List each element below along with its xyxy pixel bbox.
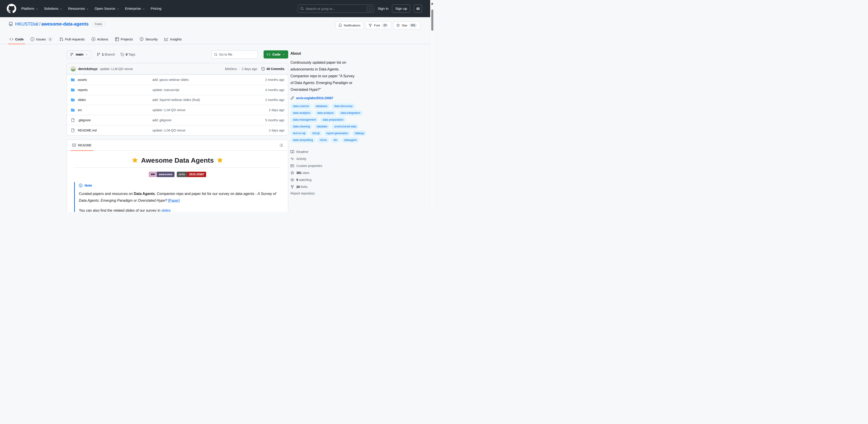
topic-pill[interactable]: data-preparation [320, 117, 346, 123]
nav-resources[interactable]: Resources [68, 6, 89, 11]
topic-pill[interactable]: data-cleaning [290, 124, 312, 129]
tab-code[interactable]: Code [7, 34, 26, 44]
topic-pill[interactable]: data-analytics [290, 110, 313, 116]
go-to-file-box[interactable] [212, 51, 258, 59]
nav-open-source[interactable]: Open Source [95, 6, 119, 11]
awesome-badge-label: awesome [157, 172, 175, 177]
commit-author-avatar[interactable] [70, 66, 76, 72]
topic-pill[interactable]: nl2sql [310, 131, 322, 136]
meta-forks[interactable]: 20 forks [290, 183, 369, 190]
go-to-file-input[interactable] [219, 53, 255, 56]
topic-pill[interactable]: report-generation [324, 131, 350, 136]
report-repository-link[interactable]: Report repository [290, 192, 369, 195]
outline-button[interactable] [278, 142, 284, 149]
appearance-settings-button[interactable] [414, 4, 422, 13]
commit-sha[interactable]: b5e0ecc [225, 67, 237, 71]
branch-selector[interactable]: main [67, 51, 91, 59]
meta-activity[interactable]: Activity [290, 155, 369, 162]
meta-readme[interactable]: Readme [290, 148, 369, 155]
file-commit-message[interactable]: add: gitignore [152, 118, 250, 122]
topic-pill[interactable]: dataagent [342, 137, 359, 143]
commit-meta: b5e0ecc · 2 days ago 40 Commits [225, 67, 284, 71]
fork-button[interactable]: Fork 20 [366, 22, 391, 29]
arxiv-link[interactable]: arxiv.org/abs/2510.23587 [296, 96, 333, 100]
meta-watching[interactable]: 5 watching [290, 176, 369, 183]
notifications-button[interactable]: Notifications [336, 22, 364, 29]
repo-actions: Notifications Fork 20 Star 381 [336, 22, 420, 29]
topic-pill[interactable]: data-science [290, 103, 311, 109]
file-name[interactable]: assets [78, 78, 152, 81]
meta-stars[interactable]: 381 stars [290, 169, 369, 176]
nav-platform[interactable]: Platform [21, 6, 38, 11]
tags-link[interactable]: 0 Tags [121, 53, 135, 56]
topic-pill[interactable]: data-storytelling [290, 137, 315, 143]
arxiv-badge[interactable]: arXiv 2510.23587 [177, 172, 206, 177]
topic-pill[interactable]: datalake [314, 124, 330, 129]
nav-solutions[interactable]: Solutions [44, 6, 62, 11]
tab-label: Projects [121, 37, 133, 41]
repo-owner-link[interactable]: HKUSTDial [15, 22, 38, 26]
tab-label: Insights [170, 37, 182, 41]
scroll-up-arrow[interactable] [431, 2, 433, 4]
nav-label: Enterprise [125, 6, 141, 11]
file-name[interactable]: slides [78, 98, 152, 102]
topic-pill[interactable]: data-integration [338, 110, 363, 116]
topic-pill[interactable]: data-discovery [332, 103, 355, 109]
topic-list: data-science database data-discovery dat… [290, 103, 367, 143]
topic-pill[interactable]: data-analysis [315, 110, 336, 116]
pulse-icon [290, 157, 294, 161]
search-input[interactable] [306, 7, 365, 11]
commit-history-link[interactable]: 40 Commits [261, 67, 284, 71]
paper-link[interactable]: [Paper] [168, 199, 180, 202]
sign-in-link[interactable]: Sign in [378, 6, 388, 11]
topic-pill[interactable]: llm [331, 137, 340, 143]
file-row: README.md update: LLM-QO venue 2 days ag… [67, 125, 288, 135]
topic-pill[interactable]: data-management [290, 117, 318, 123]
topic-pill[interactable]: database [313, 103, 330, 109]
tab-security[interactable]: Security [137, 34, 160, 44]
note-paragraph: Curated papers and resources on Data Age… [79, 190, 277, 204]
star-button[interactable]: Star 381 [393, 22, 420, 29]
file-commit-message[interactable]: add: gauss webinar slides [152, 78, 250, 81]
readme-tab[interactable]: README [70, 140, 93, 151]
tab-projects[interactable]: Projects [112, 34, 135, 44]
topic-pill[interactable]: nl2vis [317, 137, 329, 143]
folder-icon [71, 88, 74, 92]
awesome-badge[interactable]: awesome [149, 172, 175, 177]
issues-count-badge: 1 [48, 37, 53, 41]
topic-pill[interactable]: text-to-sql [290, 131, 308, 136]
commit-message[interactable]: update: LLM-QO venue [100, 67, 133, 71]
global-search[interactable]: / [298, 4, 374, 13]
file-commit-message[interactable]: update: LLM-QO venue [152, 129, 250, 132]
repo-name-link[interactable]: awesome-data-agents [41, 22, 89, 26]
tab-issues[interactable]: Issues 1 [28, 34, 55, 44]
code-dropdown-button[interactable]: Code [264, 51, 288, 59]
meta-custom-properties[interactable]: Custom properties [290, 162, 369, 169]
tab-insights[interactable]: Insights [162, 34, 184, 44]
file-commit-message[interactable]: update: manuscript [152, 88, 250, 92]
scrollbar-thumb[interactable] [431, 9, 433, 31]
file-browser: derrickzhuyz update: LLM-QO venue b5e0ec… [67, 63, 288, 135]
file-name[interactable]: reports [78, 88, 152, 92]
chevron-down-icon [36, 8, 38, 10]
fork-count: 20 [382, 23, 388, 27]
file-commit-message[interactable]: update: LLM-QO venue [152, 108, 250, 112]
sign-up-button[interactable]: Sign up [392, 4, 410, 13]
nav-enterprise[interactable]: Enterprise [125, 6, 145, 11]
github-logo-icon[interactable] [7, 4, 16, 13]
repo-icon [8, 22, 13, 26]
topic-pill[interactable]: tableqa [352, 131, 366, 136]
tab-label: Code [15, 37, 24, 41]
commit-author[interactable]: derrickzhuyz [78, 67, 98, 71]
tab-pull-requests[interactable]: Pull requests [57, 34, 88, 44]
file-name[interactable]: src [78, 108, 152, 112]
tab-actions[interactable]: Actions [89, 34, 111, 44]
file-name[interactable]: README.md [78, 129, 152, 132]
bell-icon [338, 24, 342, 27]
branches-link[interactable]: 1 Branch [97, 53, 115, 56]
nav-pricing[interactable]: Pricing [151, 6, 161, 11]
file-name[interactable]: .gitignore [78, 118, 152, 122]
file-commit-message[interactable]: add: Squirrel webinar slides (final) [152, 98, 250, 102]
slides-link[interactable]: slides [161, 208, 170, 212]
topic-pill[interactable]: unstructured-data [332, 124, 359, 129]
